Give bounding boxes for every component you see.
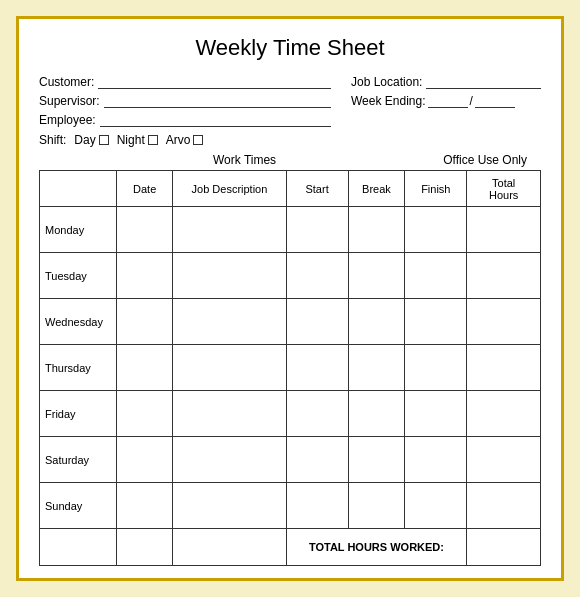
finish-cell[interactable] [405, 253, 467, 299]
jobdesc-cell[interactable] [173, 253, 286, 299]
form-section: Customer: Supervisor: Employee: Job Loca… [39, 75, 541, 127]
date-cell[interactable] [116, 483, 173, 529]
break-cell[interactable] [348, 483, 405, 529]
shift-arvo-label: Arvo [166, 133, 191, 147]
supervisor-input[interactable] [104, 94, 331, 108]
shift-night-checkbox[interactable] [148, 135, 158, 145]
employee-row: Employee: [39, 113, 331, 127]
table-row: Monday [40, 207, 541, 253]
table-row: Sunday [40, 483, 541, 529]
col-header-break: Break [348, 171, 405, 207]
finish-cell[interactable] [405, 437, 467, 483]
shift-label: Shift: [39, 133, 66, 147]
table-header-row: Date Job Description Start Break Finish … [40, 171, 541, 207]
total-hours-label: TOTAL HOURS WORKED: [286, 529, 467, 566]
week-ending-label: Week Ending: [351, 94, 426, 108]
jobdesc-cell[interactable] [173, 345, 286, 391]
start-cell[interactable] [286, 391, 348, 437]
timesheet-page: Weekly Time Sheet Customer: Supervisor: … [16, 16, 564, 581]
week-ending-separator: / [470, 94, 473, 108]
table-header-labels: Work Times Office Use Only [39, 153, 541, 167]
customer-row: Customer: [39, 75, 331, 89]
col-header-finish: Finish [405, 171, 467, 207]
jobdesc-cell[interactable] [173, 299, 286, 345]
finish-cell[interactable] [405, 299, 467, 345]
shift-day-label: Day [74, 133, 95, 147]
job-location-label: Job Location: [351, 75, 422, 89]
start-cell[interactable] [286, 437, 348, 483]
timesheet-table: Date Job Description Start Break Finish … [39, 170, 541, 566]
week-ending-month-input[interactable] [428, 94, 468, 108]
work-times-label: Work Times [213, 153, 276, 167]
date-cell[interactable] [116, 253, 173, 299]
form-right: Job Location: Week Ending: / [351, 75, 541, 127]
finish-cell[interactable] [405, 345, 467, 391]
supervisor-row: Supervisor: [39, 94, 331, 108]
start-cell[interactable] [286, 253, 348, 299]
table-row: Wednesday [40, 299, 541, 345]
col-header-total: TotalHours [467, 171, 541, 207]
office-use-label: Office Use Only [443, 153, 527, 167]
total-cell[interactable] [467, 207, 541, 253]
date-cell[interactable] [116, 345, 173, 391]
start-cell[interactable] [286, 207, 348, 253]
total-empty-3 [173, 529, 286, 566]
shift-night-label: Night [117, 133, 145, 147]
day-cell: Thursday [40, 345, 117, 391]
total-hours-value[interactable] [467, 529, 541, 566]
day-cell: Wednesday [40, 299, 117, 345]
jobdesc-cell[interactable] [173, 437, 286, 483]
start-cell[interactable] [286, 299, 348, 345]
total-cell[interactable] [467, 483, 541, 529]
week-ending-year-input[interactable] [475, 94, 515, 108]
col-header-day [40, 171, 117, 207]
day-cell: Sunday [40, 483, 117, 529]
total-empty-2 [116, 529, 173, 566]
jobdesc-cell[interactable] [173, 207, 286, 253]
break-cell[interactable] [348, 345, 405, 391]
shift-day-checkbox[interactable] [99, 135, 109, 145]
day-cell: Monday [40, 207, 117, 253]
break-cell[interactable] [348, 391, 405, 437]
date-cell[interactable] [116, 299, 173, 345]
day-cell: Saturday [40, 437, 117, 483]
total-cell[interactable] [467, 391, 541, 437]
table-row: Thursday [40, 345, 541, 391]
date-cell[interactable] [116, 207, 173, 253]
shift-arvo-checkbox[interactable] [193, 135, 203, 145]
jobdesc-cell[interactable] [173, 483, 286, 529]
col-header-date: Date [116, 171, 173, 207]
date-cell[interactable] [116, 437, 173, 483]
employee-input[interactable] [100, 113, 331, 127]
job-location-input[interactable] [426, 75, 541, 89]
start-cell[interactable] [286, 345, 348, 391]
date-cell[interactable] [116, 391, 173, 437]
col-header-start: Start [286, 171, 348, 207]
day-cell: Tuesday [40, 253, 117, 299]
page-title: Weekly Time Sheet [39, 35, 541, 61]
start-cell[interactable] [286, 483, 348, 529]
table-row: Saturday [40, 437, 541, 483]
total-cell[interactable] [467, 345, 541, 391]
col-header-jobdesc: Job Description [173, 171, 286, 207]
finish-cell[interactable] [405, 483, 467, 529]
break-cell[interactable] [348, 253, 405, 299]
break-cell[interactable] [348, 207, 405, 253]
shift-day: Day [74, 133, 108, 147]
supervisor-label: Supervisor: [39, 94, 100, 108]
finish-cell[interactable] [405, 207, 467, 253]
week-ending-row: Week Ending: / [351, 94, 541, 108]
break-cell[interactable] [348, 437, 405, 483]
break-cell[interactable] [348, 299, 405, 345]
total-cell[interactable] [467, 437, 541, 483]
total-hours-row: TOTAL HOURS WORKED: [40, 529, 541, 566]
total-cell[interactable] [467, 299, 541, 345]
total-cell[interactable] [467, 253, 541, 299]
day-cell: Friday [40, 391, 117, 437]
customer-input[interactable] [98, 75, 331, 89]
finish-cell[interactable] [405, 391, 467, 437]
total-empty-1 [40, 529, 117, 566]
shift-row: Shift: Day Night Arvo [39, 133, 541, 147]
jobdesc-cell[interactable] [173, 391, 286, 437]
employee-label: Employee: [39, 113, 96, 127]
